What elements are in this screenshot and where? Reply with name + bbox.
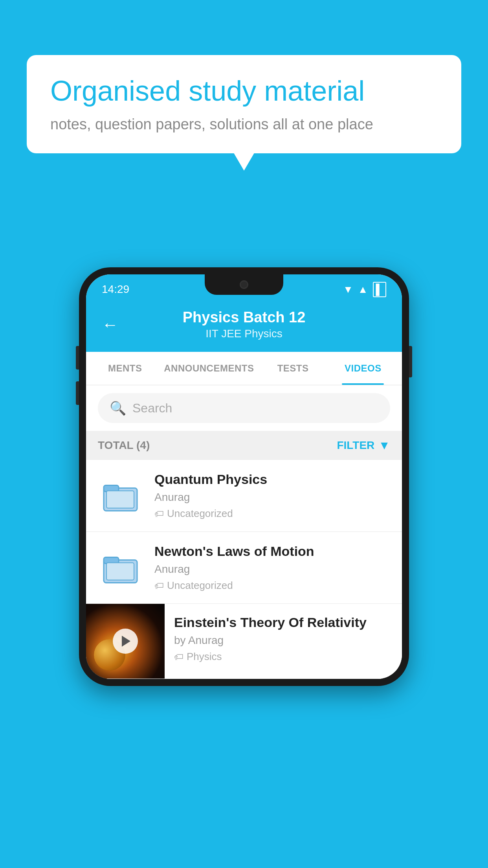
battery-icon: ▌: [373, 282, 386, 297]
app-header: ← Physics Batch 12 IIT JEE Physics: [86, 301, 402, 352]
einstein-info: Einstein's Theory Of Relativity by Anura…: [165, 604, 402, 674]
status-icons: ▼ ▲ ▌: [343, 282, 386, 297]
play-triangle-icon: [122, 636, 130, 647]
video-title: Quantum Physics: [154, 472, 390, 487]
play-button[interactable]: [113, 629, 138, 654]
total-count: TOTAL (4): [98, 439, 150, 452]
bubble-subtitle: notes, question papers, solutions all at…: [50, 116, 438, 133]
video-author: Anurag: [154, 491, 390, 504]
folder-icon: [102, 477, 141, 515]
filter-label: FILTER: [337, 439, 374, 452]
list-item[interactable]: Quantum Physics Anurag 🏷 Uncategorized: [86, 460, 402, 532]
list-item[interactable]: Newton's Laws of Motion Anurag 🏷 Uncateg…: [86, 532, 402, 604]
video-info-2: Newton's Laws of Motion Anurag 🏷 Uncateg…: [154, 544, 390, 592]
svg-rect-5: [106, 563, 134, 580]
tabs-bar: MENTS ANNOUNCEMENTS TESTS VIDEOS: [86, 352, 402, 385]
video-title: Einstein's Theory Of Relativity: [174, 615, 393, 630]
tag-icon: 🏷: [174, 651, 183, 662]
svg-rect-2: [106, 491, 134, 508]
phone-screen: 14:29 ▼ ▲ ▌ ← Physics Batch 12 IIT JEE P…: [86, 274, 402, 679]
status-time: 14:29: [102, 283, 129, 296]
phone-camera: [240, 280, 248, 289]
einstein-thumbnail: [86, 604, 165, 679]
video-info-1: Quantum Physics Anurag 🏷 Uncategorized: [154, 472, 390, 520]
phone-mockup: 14:29 ▼ ▲ ▌ ← Physics Batch 12 IIT JEE P…: [79, 267, 409, 686]
video-author: Anurag: [154, 563, 390, 576]
filter-funnel-icon: ▼: [378, 439, 390, 452]
wifi-icon: ▼: [343, 283, 353, 296]
tab-videos[interactable]: VIDEOS: [328, 352, 398, 385]
phone-side-btn-left-1: [76, 346, 79, 370]
phone-side-btn-right: [409, 346, 412, 377]
video-tag: 🏷 Physics: [174, 651, 393, 663]
header-title-section: Physics Batch 12 IIT JEE Physics: [130, 309, 358, 340]
video-list: Quantum Physics Anurag 🏷 Uncategorized: [86, 460, 402, 679]
back-button[interactable]: ←: [102, 315, 118, 334]
folder-icon: [102, 549, 141, 587]
signal-icon: ▲: [358, 283, 368, 296]
video-thumbnail-2: [98, 546, 145, 589]
search-placeholder: Search: [132, 401, 172, 416]
tab-ments[interactable]: MENTS: [90, 352, 160, 385]
tab-announcements[interactable]: ANNOUNCEMENTS: [160, 352, 258, 385]
page-title: Physics Batch 12: [130, 309, 358, 326]
phone-notch: [205, 274, 283, 295]
speech-bubble-section: Organised study material notes, question…: [27, 55, 461, 153]
bubble-title: Organised study material: [50, 75, 438, 107]
search-bar-container: 🔍 Search: [86, 385, 402, 431]
tag-icon: 🏷: [154, 508, 164, 519]
video-thumbnail-1: [98, 474, 145, 517]
search-bar[interactable]: 🔍 Search: [98, 393, 390, 423]
filter-button[interactable]: FILTER ▼: [337, 439, 390, 452]
header-subtitle: IIT JEE Physics: [130, 327, 358, 340]
phone-outer: 14:29 ▼ ▲ ▌ ← Physics Batch 12 IIT JEE P…: [79, 267, 409, 686]
list-item[interactable]: Einstein's Theory Of Relativity by Anura…: [86, 604, 402, 679]
video-author: by Anurag: [174, 634, 393, 647]
einstein-bg: [86, 604, 165, 679]
tab-tests[interactable]: TESTS: [258, 352, 328, 385]
video-title: Newton's Laws of Motion: [154, 544, 390, 559]
speech-bubble: Organised study material notes, question…: [27, 55, 461, 153]
search-icon: 🔍: [110, 400, 126, 416]
video-tag: 🏷 Uncategorized: [154, 579, 390, 592]
filter-bar: TOTAL (4) FILTER ▼: [86, 431, 402, 460]
tag-icon: 🏷: [154, 580, 164, 591]
video-tag: 🏷 Uncategorized: [154, 508, 390, 520]
phone-side-btn-left-2: [76, 381, 79, 405]
